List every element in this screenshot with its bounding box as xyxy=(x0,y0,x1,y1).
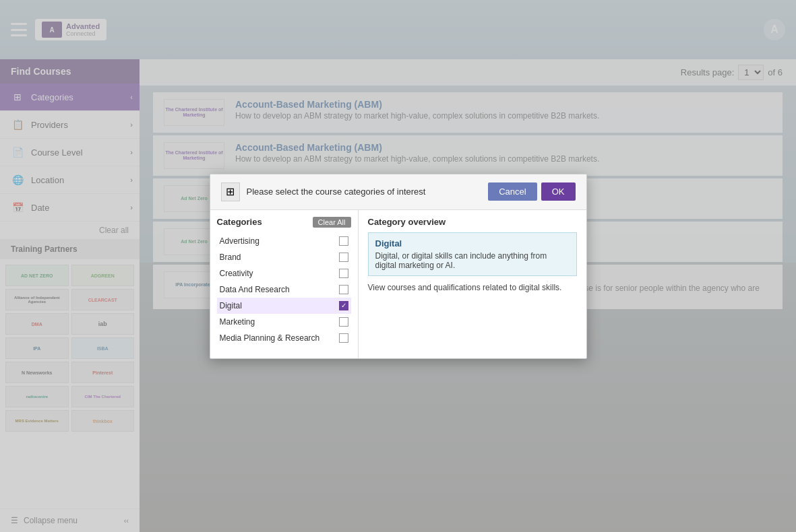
clear-all-dialog-button[interactable]: Clear All xyxy=(313,217,351,228)
selected-category-desc1: Digital, or digital skills can include a… xyxy=(375,251,570,270)
modal-overlay: ⊞ Please select the course categories of… xyxy=(0,0,796,532)
dialog-buttons: Cancel OK xyxy=(488,182,575,201)
categories-panel: Categories Clear All Advertising Brand C… xyxy=(210,210,359,358)
categories-dialog: ⊞ Please select the course categories of… xyxy=(210,174,587,359)
dialog-body: Categories Clear All Advertising Brand C… xyxy=(210,210,586,358)
dialog-header-left: ⊞ Please select the course categories of… xyxy=(221,182,426,201)
cancel-button[interactable]: Cancel xyxy=(488,182,537,201)
category-label-advertising: Advertising xyxy=(220,236,259,246)
category-row-creativity[interactable]: Creativity xyxy=(217,265,351,281)
category-checkbox-brand[interactable] xyxy=(339,253,348,262)
selected-category-highlight: Digital Digital, or digital skills can i… xyxy=(368,232,577,276)
category-checkbox-advertising[interactable] xyxy=(339,236,348,246)
category-row-data-research[interactable]: Data And Research xyxy=(217,281,351,298)
category-label-marketing: Marketing xyxy=(220,317,255,327)
category-label-media-planning: Media Planning & Research xyxy=(220,333,320,343)
category-checkbox-creativity[interactable] xyxy=(339,269,348,278)
category-row-brand[interactable]: Brand xyxy=(217,249,351,265)
selected-category-name: Digital xyxy=(375,238,570,248)
category-checkbox-data-research[interactable] xyxy=(339,285,348,294)
categories-panel-title: Categories xyxy=(217,217,262,227)
category-label-digital: Digital xyxy=(220,301,242,310)
category-row-advertising[interactable]: Advertising xyxy=(217,233,351,249)
overview-panel: Category overview Digital Digital, or di… xyxy=(359,210,586,358)
overview-panel-title: Category overview xyxy=(368,217,577,227)
category-checkbox-digital[interactable] xyxy=(339,301,348,310)
category-checkbox-marketing[interactable] xyxy=(339,317,348,327)
category-label-data-research: Data And Research xyxy=(220,285,290,294)
dialog-title: Please select the course categories of i… xyxy=(247,187,426,197)
category-row-marketing[interactable]: Marketing xyxy=(217,314,351,330)
selected-category-desc2: View courses and qualifications related … xyxy=(368,281,577,294)
category-label-brand: Brand xyxy=(220,253,241,262)
category-label-creativity: Creativity xyxy=(220,269,253,278)
category-rows: Advertising Brand Creativity Data And Re… xyxy=(217,233,351,346)
category-checkbox-media-planning[interactable] xyxy=(339,333,348,343)
dialog-header: ⊞ Please select the course categories of… xyxy=(210,174,586,210)
ok-button[interactable]: OK xyxy=(541,182,576,201)
dialog-icon: ⊞ xyxy=(221,182,240,201)
category-row-media-planning[interactable]: Media Planning & Research xyxy=(217,330,351,346)
category-row-digital[interactable]: Digital xyxy=(217,298,351,314)
categories-panel-header: Categories Clear All xyxy=(217,217,351,228)
